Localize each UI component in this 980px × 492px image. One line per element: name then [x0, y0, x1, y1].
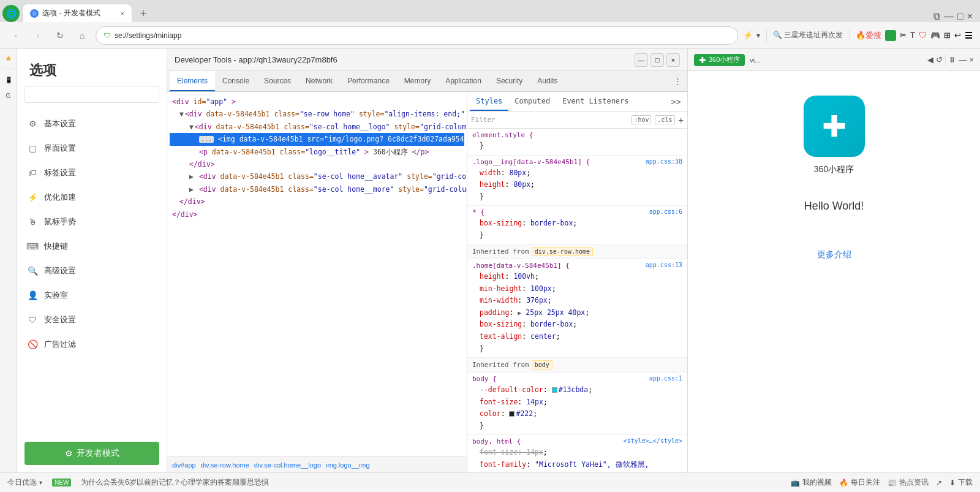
- css-source-logo[interactable]: app.css:38: [646, 158, 682, 165]
- window-restore-btn[interactable]: □: [957, 11, 963, 22]
- menu-btn[interactable]: ☰: [965, 31, 973, 40]
- refresh-button[interactable]: ↻: [51, 27, 69, 44]
- devtools-tab-security[interactable]: Security: [489, 71, 530, 91]
- devtools-maximize-btn[interactable]: □: [650, 53, 664, 67]
- window-min-btn[interactable]: —: [944, 11, 954, 22]
- window-tile-btn[interactable]: ⧉: [933, 11, 940, 22]
- 360-logo-icon: ✚: [699, 55, 706, 65]
- bottom-video-item[interactable]: 📺 我的视频: [791, 477, 832, 488]
- devtools-more-btn[interactable]: ⋮: [670, 74, 685, 89]
- more-intro-link[interactable]: 更多介绍: [817, 249, 851, 260]
- bottom-dropdown-icon[interactable]: ▾: [39, 479, 42, 486]
- address-bar[interactable]: 🛡 se://settings/miniapp: [96, 26, 738, 45]
- inherited-selector-home[interactable]: div.se-row.home: [532, 247, 593, 256]
- main-content: 选项 ⚙ 基本设置 ▢ 界面设置 🏷 标签设置: [17, 49, 980, 472]
- lightning-btn[interactable]: ⚡: [743, 31, 753, 40]
- devtools-close-btn[interactable]: ×: [666, 53, 680, 67]
- styles-tab-event-listeners[interactable]: Event Listeners: [556, 92, 635, 111]
- bottom-download-item[interactable]: ⬇ 下载: [949, 477, 973, 488]
- security-icon: 🛡: [104, 31, 111, 40]
- css-prop-boxsizing2: box-sizing: border-box;: [472, 319, 682, 331]
- bottom-daily-item[interactable]: 🔥 每日关注: [839, 477, 880, 488]
- preview-close-btn[interactable]: ×: [969, 55, 974, 64]
- devtools-tab-network[interactable]: Network: [298, 71, 340, 91]
- breadcrumb-app[interactable]: div#app: [172, 461, 196, 469]
- devtools-tab-elements[interactable]: Elements: [170, 71, 215, 91]
- grid-btn[interactable]: ⊞: [944, 31, 951, 40]
- scissors-btn[interactable]: ✂: [900, 31, 907, 40]
- styles-tab-styles[interactable]: Styles: [470, 92, 508, 111]
- back-button[interactable]: ‹: [7, 27, 24, 44]
- settings-item-basic[interactable]: ⚙ 基本设置: [17, 112, 167, 136]
- bottom-today-item[interactable]: 今日优选 ▾: [7, 477, 42, 488]
- new-tab-button[interactable]: +: [135, 5, 152, 22]
- active-tab[interactable]: S 选项 - 开发者模式 ×: [22, 4, 132, 22]
- styles-tab-computed[interactable]: Computed: [508, 92, 556, 111]
- preview-refresh-btn[interactable]: ↺: [936, 55, 943, 64]
- inherited-selector-body[interactable]: body: [532, 360, 552, 369]
- css-prop-min-height: min-height: 100px;: [472, 283, 682, 295]
- breadcrumb-row[interactable]: div.se-row.home: [201, 461, 249, 469]
- settings-item-optimize[interactable]: ⚡ 优化加速: [17, 185, 167, 210]
- devtools-tab-sources[interactable]: Sources: [257, 71, 298, 91]
- lightning-dropdown[interactable]: ▾: [756, 31, 760, 40]
- settings-item-tags-label: 标签设置: [44, 167, 76, 178]
- devtools-tab-memory[interactable]: Memory: [397, 71, 438, 91]
- bookmark-star-icon[interactable]: ★: [2, 51, 15, 65]
- filter-add-btn[interactable]: +: [679, 115, 684, 125]
- bottom-news-item[interactable]: 为什么会丢失6岁以前的记忆？心理学家的答案颠覆思恐惧: [81, 477, 269, 488]
- settings-item-tags[interactable]: 🏷 标签设置: [17, 161, 167, 185]
- css-source-body-html[interactable]: <style>…</style>: [624, 437, 682, 444]
- preview-min-btn[interactable]: —: [959, 55, 967, 64]
- devtools-tab-console[interactable]: Console: [215, 71, 257, 91]
- filter-hov-btn[interactable]: :hov: [631, 115, 651, 124]
- tab-bar: 🌐 S 选项 - 开发者模式 × + ⧉ — □ ×: [0, 0, 980, 22]
- css-prop-color: color: #222;: [472, 408, 682, 420]
- devtools-minimize-btn[interactable]: —: [635, 53, 648, 67]
- settings-search-area: [17, 86, 167, 109]
- bottom-hot-item[interactable]: 📰 热点资讯: [888, 477, 929, 488]
- css-source-star[interactable]: app.css:6: [649, 208, 682, 215]
- devtools-tab-performance[interactable]: Performance: [340, 71, 397, 91]
- game-btn[interactable]: 🎮: [930, 31, 940, 40]
- devtools-tab-audits[interactable]: Audits: [530, 71, 565, 91]
- undo-btn[interactable]: ↩: [954, 31, 961, 40]
- shield-btn[interactable]: 🛡: [919, 31, 927, 40]
- preview-pause-btn[interactable]: ⏸: [948, 55, 956, 64]
- translate-btn[interactable]: T: [910, 31, 915, 40]
- css-prop-fontsize: font-size: 14px;: [472, 396, 682, 409]
- settings-item-mouse[interactable]: 🖱 鼠标手势: [17, 210, 167, 234]
- download-icon: ⬇: [949, 479, 956, 487]
- settings-item-lab[interactable]: 👤 实验室: [17, 283, 167, 308]
- css-source-home[interactable]: app.css:13: [646, 262, 682, 268]
- preview-back-btn[interactable]: ◀: [927, 55, 933, 64]
- tab-close-button[interactable]: ×: [121, 10, 124, 17]
- settings-item-security[interactable]: 🛡 安全设置: [17, 308, 167, 332]
- filter-cls-btn[interactable]: .cls: [655, 115, 674, 124]
- filter-input[interactable]: [499, 116, 628, 124]
- phone-icon[interactable]: 📱: [2, 73, 15, 86]
- breadcrumb-img[interactable]: img.logo__img: [326, 461, 370, 469]
- home-button[interactable]: ⌂: [74, 27, 91, 44]
- settings-item-interface[interactable]: ▢ 界面设置: [17, 136, 167, 161]
- breadcrumb-col[interactable]: div.se-col.home__logo: [254, 461, 321, 469]
- dev-mode-button[interactable]: ⚙ 开发者模式: [24, 442, 159, 465]
- settings-search-input[interactable]: [24, 86, 159, 103]
- settings-panel: 选项 ⚙ 基本设置 ▢ 界面设置 🏷 标签设置: [17, 49, 167, 472]
- html-line: </div>: [170, 195, 464, 208]
- css-source-body[interactable]: app.css:1: [649, 375, 682, 382]
- styles-more-btn[interactable]: >>: [667, 97, 685, 107]
- search-box[interactable]: 🔍 三星堆遗址再次发: [773, 30, 843, 40]
- google-icon[interactable]: G: [2, 89, 15, 102]
- css-prop-fontfamily: font-family: "Microsoft YaHei", 微软雅黑, Mi…: [472, 459, 682, 472]
- hot-news-btn[interactable]: 🔥爱搜: [856, 30, 881, 41]
- settings-item-adblock[interactable]: 🚫 广告过滤: [17, 332, 167, 357]
- html-line-selected[interactable]: ... <img data-v-584e45b1 src="img/logo.p…: [170, 133, 464, 145]
- settings-item-shortcuts[interactable]: ⌨ 快捷键: [17, 234, 167, 259]
- bottom-share-item[interactable]: ↗: [936, 479, 942, 487]
- forward-button[interactable]: ›: [29, 27, 47, 44]
- settings-item-advanced[interactable]: 🔍 高级设置: [17, 259, 167, 283]
- window-close-btn[interactable]: ×: [967, 11, 973, 22]
- devtools-tab-application[interactable]: Application: [438, 71, 489, 91]
- app-icon-btn[interactable]: [885, 30, 896, 41]
